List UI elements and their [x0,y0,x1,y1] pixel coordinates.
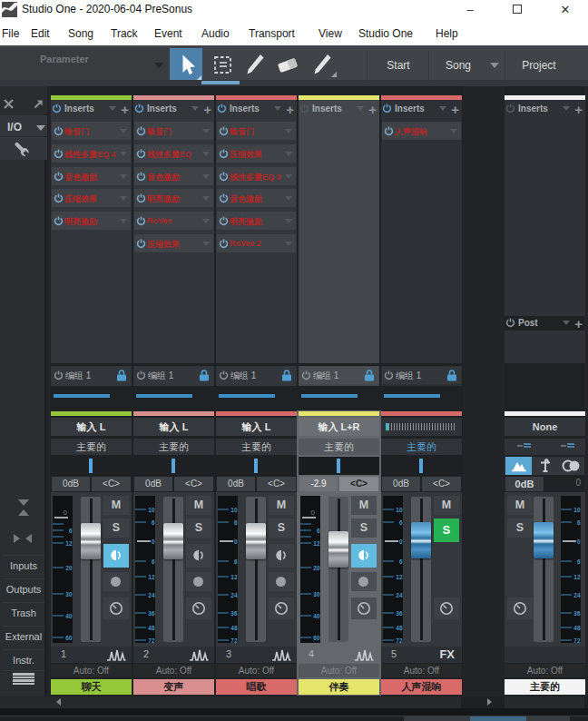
svg-text:10: 10 [396,507,403,513]
svg-text:0: 0 [64,509,68,517]
svg-text:12: 12 [148,574,155,580]
svg-text:0: 0 [399,538,403,545]
svg-text:48: 48 [148,625,155,631]
svg-text:12: 12 [396,574,403,580]
svg-text:6: 6 [577,519,581,526]
svg-text:36: 36 [396,610,403,617]
svg-text:48: 48 [573,625,581,631]
svg-text:48: 48 [230,625,238,631]
svg-text:6: 6 [152,558,155,565]
svg-text:10: 10 [230,507,238,513]
svg-text:60: 60 [65,635,73,641]
svg-text:10: 10 [573,507,581,513]
svg-text:6: 6 [399,558,403,565]
svg-text:60: 60 [313,635,320,641]
svg-text:72: 72 [230,637,238,644]
svg-text:6: 6 [152,519,155,526]
svg-text:30: 30 [65,591,73,598]
svg-text:0: 0 [311,509,316,517]
svg-text:6: 6 [317,528,320,534]
svg-text:36: 36 [573,610,581,617]
svg-text:6: 6 [69,528,73,534]
svg-text:24: 24 [148,592,155,598]
svg-text:20: 20 [313,565,320,571]
svg-text:12: 12 [65,540,73,547]
svg-text:72: 72 [573,637,581,644]
svg-text:72: 72 [148,637,155,644]
svg-text:40: 40 [313,613,320,619]
svg-text:6: 6 [234,519,238,526]
svg-text:6: 6 [577,558,581,565]
svg-text:6: 6 [399,519,403,526]
svg-text:12: 12 [573,574,581,580]
svg-text:0: 0 [152,538,155,545]
svg-text:20: 20 [65,565,73,571]
svg-text:24: 24 [230,592,238,598]
svg-text:12: 12 [313,540,320,547]
svg-text:30: 30 [313,591,320,598]
svg-text:72: 72 [396,637,403,644]
svg-text:36: 36 [148,610,155,617]
svg-text:36: 36 [230,610,238,617]
svg-text:0: 0 [234,538,238,545]
svg-text:24: 24 [573,592,581,598]
svg-text:40: 40 [65,613,73,619]
svg-text:24: 24 [396,592,403,598]
svg-text:6: 6 [234,558,238,565]
svg-text:0: 0 [577,538,581,545]
svg-text:48: 48 [396,625,403,631]
svg-text:12: 12 [230,574,238,580]
svg-text:10: 10 [148,507,155,513]
